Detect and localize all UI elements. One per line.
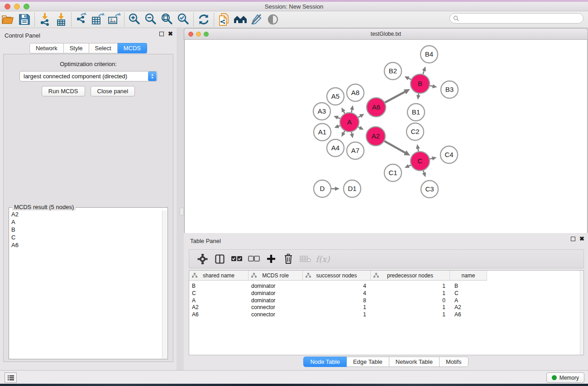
cell-predecessor_nodes[interactable]: 1 [371, 290, 450, 297]
delete-table-icon[interactable] [297, 251, 314, 267]
panel-splitter[interactable] [177, 28, 184, 370]
cell-name[interactable]: A2 [450, 304, 487, 311]
zoom-selected-icon[interactable] [175, 12, 191, 27]
search-input[interactable] [459, 14, 583, 23]
tab-select[interactable]: Select [89, 43, 118, 53]
column-header-shared-name[interactable]: shared name [189, 271, 249, 281]
tab-style[interactable]: Style [64, 43, 89, 53]
zoom-in-icon[interactable] [126, 12, 143, 27]
cell-successor_nodes[interactable]: 8 [303, 297, 371, 304]
result-item[interactable]: A6 [10, 241, 162, 249]
import-network-icon[interactable] [37, 12, 53, 27]
function-builder-icon[interactable]: f(x) [314, 251, 331, 267]
close-panel-icon[interactable]: ✖ [168, 32, 173, 36]
table-row[interactable]: A6connector11A6 [189, 311, 487, 318]
cell-name[interactable]: A [450, 297, 487, 304]
table-row[interactable]: A2connector11A2 [189, 304, 487, 311]
cell-shared_name[interactable]: B [189, 282, 249, 290]
cell-successor_nodes[interactable]: 4 [303, 282, 371, 290]
column-header-name[interactable]: name [450, 271, 487, 281]
result-list-scrollbar[interactable] [162, 210, 167, 358]
edge-A6-B[interactable] [385, 91, 405, 102]
table-row[interactable]: Cdominator41C [189, 290, 487, 297]
close-table-panel-icon[interactable]: ✖ [579, 237, 584, 241]
close-panel-button[interactable]: Close panel [91, 86, 135, 96]
edge-arrowhead [432, 84, 437, 88]
cell-name[interactable]: C [450, 290, 487, 297]
network-window-titlebar[interactable]: testGlobe.txt [184, 28, 588, 40]
tab-motifs[interactable]: Motifs [440, 357, 468, 367]
column-header-successor-nodes[interactable]: successor nodes [303, 271, 371, 281]
import-table-icon[interactable] [53, 12, 69, 27]
export-table-icon[interactable] [90, 12, 106, 27]
table-row[interactable]: Bdominator41B [189, 282, 487, 290]
table-scrollbar[interactable] [580, 271, 583, 355]
cell-shared_name[interactable]: C [189, 290, 249, 297]
export-image-icon[interactable] [106, 12, 122, 27]
criterion-dropdown[interactable]: largest connected component (directed) ▲… [19, 71, 158, 81]
show-details-icon[interactable] [265, 12, 281, 27]
float-panel-icon[interactable] [159, 32, 164, 36]
column-header-predecessor-nodes[interactable]: predecessor nodes [371, 271, 450, 281]
float-table-panel-icon[interactable] [571, 237, 575, 241]
show-column-icon[interactable] [211, 251, 228, 267]
cell-predecessor_nodes[interactable]: 1 [371, 304, 450, 311]
tab-network-table[interactable]: Network Table [389, 357, 440, 367]
cell-successor_nodes[interactable]: 4 [303, 290, 371, 297]
network-vscroll-thumb[interactable] [180, 208, 184, 215]
cell-mcds_role[interactable]: dominator [249, 290, 303, 297]
cell-name[interactable]: A6 [450, 311, 487, 318]
deselect-all-icon[interactable] [245, 251, 263, 267]
table-settings-icon[interactable] [194, 251, 211, 267]
edge-arrowhead [350, 133, 354, 138]
node-label-B2: B2 [389, 67, 397, 75]
search-field[interactable] [449, 13, 583, 24]
cell-name[interactable]: B [450, 282, 487, 290]
open-session-icon[interactable] [0, 12, 16, 27]
refresh-layout-icon[interactable] [196, 12, 212, 27]
mcds-result-list[interactable]: A2ABCA6 [10, 210, 162, 358]
cell-mcds_role[interactable]: dominator [249, 282, 303, 290]
tab-node-table[interactable]: Node Table [303, 357, 347, 367]
tab-edge-table[interactable]: Edge Table [347, 357, 389, 367]
zoom-out-icon[interactable] [143, 12, 159, 27]
cell-predecessor_nodes[interactable]: 1 [371, 282, 450, 290]
cell-mcds_role[interactable]: dominator [249, 297, 303, 304]
column-header-label: name [461, 272, 475, 279]
cell-shared_name[interactable]: A2 [189, 304, 249, 311]
network-canvas[interactable]: B4B2BB3A8A5A6A3B1AA1C2A2A4A7C4CC1C3DD1 [184, 40, 588, 259]
column-header-MCDS-role[interactable]: MCDS role [249, 271, 303, 281]
task-history-button[interactable] [5, 372, 17, 383]
result-item[interactable]: C [10, 234, 162, 241]
hide-details-icon[interactable] [249, 12, 265, 27]
memory-button[interactable]: Memory [546, 372, 584, 383]
cell-successor_nodes[interactable]: 1 [303, 304, 371, 311]
edge-A2-C[interactable] [384, 141, 406, 153]
cell-predecessor_nodes[interactable]: 0 [371, 297, 450, 304]
delete-column-icon[interactable] [280, 251, 297, 267]
cell-mcds_role[interactable]: connector [249, 304, 303, 311]
tab-mcds[interactable]: MCDS [118, 43, 147, 53]
cell-successor_nodes[interactable]: 1 [303, 311, 371, 318]
add-column-icon[interactable] [263, 251, 280, 267]
new-session-icon[interactable] [216, 12, 232, 27]
run-mcds-button[interactable]: Run MCDS [42, 86, 85, 96]
zoom-fit-icon[interactable] [159, 12, 175, 27]
save-session-icon[interactable] [16, 12, 33, 27]
export-network-icon[interactable] [73, 12, 90, 27]
node-table[interactable]: shared nameMCDS rolesuccessor nodesprede… [189, 270, 584, 355]
result-item[interactable]: B [10, 226, 162, 234]
tab-network[interactable]: Network [29, 43, 64, 53]
column-namespace-icon [306, 273, 311, 278]
cell-predecessor_nodes[interactable]: 1 [371, 311, 450, 318]
result-item[interactable]: A2 [10, 210, 162, 218]
cybrowser-home-icon[interactable] [232, 12, 249, 27]
table-row[interactable]: Adominator80A [189, 297, 487, 304]
select-all-icon[interactable] [228, 251, 245, 267]
edge-arrowhead [416, 144, 420, 149]
cell-mcds_role[interactable]: connector [249, 311, 303, 318]
cell-shared_name[interactable]: A [189, 297, 249, 304]
result-item[interactable]: A [10, 218, 162, 226]
cell-shared_name[interactable]: A6 [189, 311, 249, 318]
node-label-A4: A4 [331, 144, 339, 152]
